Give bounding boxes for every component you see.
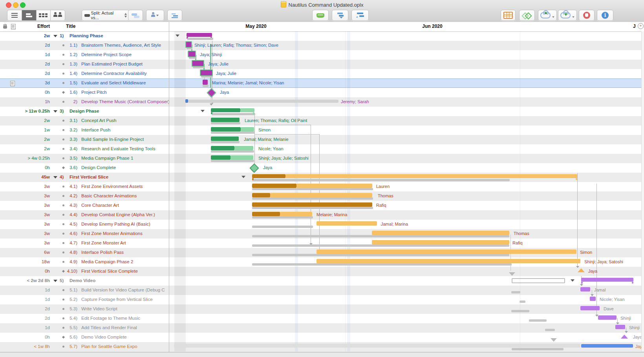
disclosure-triangle-icon[interactable] xyxy=(571,279,574,282)
gantt-bar[interactable] xyxy=(211,155,231,160)
gantt-bar[interactable] xyxy=(372,240,509,244)
gantt-bar[interactable] xyxy=(252,179,510,181)
gantt-bar[interactable] xyxy=(174,344,580,348)
gantt-bar[interactable] xyxy=(252,235,509,237)
gantt-bar[interactable] xyxy=(211,118,240,122)
gantt-bar[interactable] xyxy=(581,344,633,348)
gantt-bar[interactable] xyxy=(580,306,600,310)
gantt-bar[interactable] xyxy=(512,348,564,350)
gantt-bar[interactable] xyxy=(185,41,192,48)
milestone-diamond[interactable] xyxy=(207,88,216,97)
gantt-bar[interactable] xyxy=(590,297,596,301)
gantt-bar[interactable] xyxy=(187,33,212,37)
gantt-bar[interactable] xyxy=(211,160,254,162)
gantt-bar[interactable] xyxy=(211,108,240,112)
task-title: Write Video Script xyxy=(81,306,117,311)
gantt-bar[interactable] xyxy=(317,250,576,254)
table-gantt-divider[interactable] xyxy=(169,22,169,352)
disclosure-triangle-icon[interactable] xyxy=(53,176,57,178)
gantt-bar[interactable] xyxy=(252,254,509,256)
dependency-arrow-icon xyxy=(616,322,619,324)
disclosure-triangle-icon[interactable] xyxy=(53,280,57,282)
gantt-bar[interactable] xyxy=(211,146,234,150)
gantt-bar[interactable] xyxy=(632,282,633,284)
gantt-bar[interactable] xyxy=(241,127,254,131)
disclosure-triangle-icon[interactable] xyxy=(176,35,179,37)
footer-strip xyxy=(0,352,644,357)
gantt-bar[interactable] xyxy=(252,263,512,266)
gantt-bar[interactable] xyxy=(252,197,373,200)
gantt-bar[interactable] xyxy=(252,184,296,188)
gantt-bar[interactable] xyxy=(187,38,213,40)
gantt-bar[interactable] xyxy=(211,122,240,124)
bar-assignees: Jaya xyxy=(263,165,272,170)
gantt-bar[interactable] xyxy=(581,278,633,282)
gantt-bar[interactable] xyxy=(253,112,254,114)
gantt-bar[interactable] xyxy=(511,310,529,312)
gantt-bar[interactable] xyxy=(545,329,555,331)
gantt-bar[interactable] xyxy=(211,112,212,114)
disclosure-triangle-icon[interactable] xyxy=(242,176,245,178)
bar-assignees: Shinji; Jaya; Satoshi xyxy=(584,259,623,264)
gantt-bar[interactable] xyxy=(252,188,373,190)
gantt-bar[interactable] xyxy=(270,193,372,197)
effort-cell: 3w xyxy=(8,212,50,217)
gantt-bar[interactable] xyxy=(211,137,239,141)
gantt-bar[interactable] xyxy=(252,216,313,219)
gantt-bar[interactable] xyxy=(581,282,583,284)
milestone-diamond[interactable] xyxy=(249,163,259,173)
gantt-bar[interactable] xyxy=(252,202,372,207)
bar-assignees: Jaya; Shinji xyxy=(200,52,222,57)
vertical-scrollbar[interactable] xyxy=(641,31,644,352)
gantt-bar[interactable] xyxy=(188,100,338,103)
dependency-line xyxy=(577,173,578,268)
gantt-bar[interactable] xyxy=(615,325,625,329)
gantt-bar[interactable] xyxy=(317,221,377,226)
effort-cell: 1h xyxy=(8,99,50,104)
bar-assignees: Simon xyxy=(258,128,271,132)
effort-cell: 3w xyxy=(8,240,50,245)
disclosure-triangle-icon[interactable] xyxy=(53,35,57,37)
gantt-bar[interactable] xyxy=(231,155,253,160)
gantt-bar[interactable] xyxy=(185,99,188,103)
gantt-bar[interactable] xyxy=(285,174,577,178)
gantt-bar[interactable] xyxy=(372,231,509,235)
gantt-bar[interactable] xyxy=(280,212,312,216)
task-number: 1) xyxy=(60,33,64,38)
effort-cell: 18w xyxy=(8,259,50,264)
gantt-bar[interactable] xyxy=(529,319,547,322)
gantt-bar[interactable] xyxy=(203,80,208,85)
effort-cell: 1d xyxy=(8,288,50,292)
gantt-bar[interactable] xyxy=(211,150,254,153)
gantt-bar[interactable] xyxy=(192,60,204,67)
gantt-bar[interactable] xyxy=(211,127,241,131)
gantt-bar[interactable] xyxy=(598,315,617,320)
gantt-bar[interactable] xyxy=(252,178,254,180)
task-title: Build Sample In-Engine Project xyxy=(81,137,144,142)
gantt-bar[interactable] xyxy=(200,69,213,76)
gantt-bar[interactable] xyxy=(317,259,580,263)
gantt-bar[interactable] xyxy=(252,207,373,209)
disclosure-triangle-icon[interactable] xyxy=(201,110,205,112)
gantt-bar[interactable] xyxy=(211,131,255,134)
effort-cell: 1d xyxy=(8,52,50,57)
gantt-bar[interactable] xyxy=(188,51,196,57)
gantt-bar[interactable] xyxy=(211,141,240,143)
gantt-bar[interactable] xyxy=(520,301,525,303)
gantt-bar[interactable] xyxy=(252,226,313,228)
gantt-bar[interactable] xyxy=(234,146,253,150)
gantt-bar[interactable] xyxy=(296,184,372,188)
task-title: Determine Project Scope xyxy=(81,52,132,57)
gantt-bar[interactable] xyxy=(511,291,520,293)
gantt-bar[interactable] xyxy=(576,178,577,180)
effort-cell: 2d xyxy=(8,306,50,311)
gantt-bar[interactable] xyxy=(252,244,509,247)
gantt-bar[interactable] xyxy=(212,113,255,115)
gantt-bar[interactable] xyxy=(240,108,254,112)
gantt-bar[interactable] xyxy=(252,212,280,216)
gantt-bar[interactable] xyxy=(580,287,590,291)
gantt-bar[interactable] xyxy=(252,193,270,197)
disclosure-triangle-icon[interactable] xyxy=(53,110,57,113)
gantt-bar[interactable] xyxy=(252,174,285,178)
gantt-bar[interactable] xyxy=(203,85,209,87)
